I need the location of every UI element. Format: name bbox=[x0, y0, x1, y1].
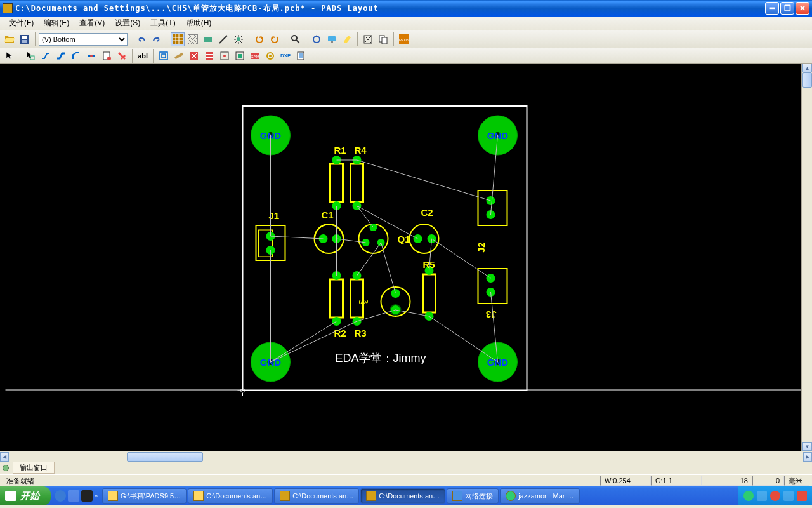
menu-help[interactable]: 帮助(H) bbox=[181, 17, 217, 30]
svg-rect-13 bbox=[382, 37, 387, 44]
svg-rect-3 bbox=[173, 34, 183, 44]
svg-point-6 bbox=[237, 37, 240, 41]
component-r3: R3 bbox=[351, 271, 367, 338]
svg-text:J3: J3 bbox=[486, 309, 497, 320]
menu-file[interactable]: 文件(F) bbox=[4, 17, 39, 30]
cam-button[interactable]: CAM bbox=[248, 50, 262, 62]
route-button[interactable] bbox=[39, 50, 53, 62]
forward-button[interactable] bbox=[268, 32, 282, 46]
text-button[interactable]: abl bbox=[136, 50, 150, 62]
scroll-down-button[interactable]: ▼ bbox=[802, 442, 812, 451]
vertical-scrollbar[interactable]: ▲ ▼ bbox=[801, 64, 812, 451]
svg-rect-72 bbox=[351, 279, 363, 318]
tray-icon-5[interactable] bbox=[797, 491, 807, 501]
drafting-toolbar: abl CAM DXF bbox=[0, 48, 812, 64]
component-c2: C2 bbox=[410, 207, 439, 253]
svg-line-109 bbox=[357, 160, 491, 201]
plane-button[interactable] bbox=[233, 50, 247, 62]
svg-rect-64 bbox=[351, 164, 363, 202]
task-item-2[interactable]: C:\Documents an… bbox=[188, 488, 273, 504]
maximize-button[interactable]: ❐ bbox=[780, 2, 794, 15]
via-button[interactable] bbox=[232, 32, 246, 46]
svg-line-111 bbox=[357, 243, 381, 276]
scroll-right-button[interactable]: ▶ bbox=[803, 452, 812, 462]
menu-setup[interactable]: 设置(S) bbox=[110, 17, 145, 30]
grid-button[interactable] bbox=[171, 32, 185, 46]
qq-icon[interactable] bbox=[81, 490, 93, 502]
output-tab[interactable]: 输出窗口 bbox=[13, 462, 55, 474]
select-button[interactable] bbox=[3, 50, 16, 62]
window-title: C:\Documents and Settings\...\CH5\单管放大电路… bbox=[15, 3, 765, 14]
svg-line-113 bbox=[429, 316, 498, 362]
move-button[interactable] bbox=[23, 50, 37, 62]
report-button[interactable] bbox=[294, 50, 308, 62]
svg-rect-9 bbox=[328, 36, 336, 41]
horizontal-scrollbar[interactable]: ◀ ▶ bbox=[0, 451, 812, 462]
pcb-view[interactable]: GND GND GND GND J1 bbox=[0, 64, 812, 451]
pour-button[interactable] bbox=[157, 50, 171, 62]
dxf-button[interactable]: DXF bbox=[278, 50, 292, 62]
delete-button[interactable] bbox=[115, 50, 129, 62]
cycle-button[interactable] bbox=[310, 32, 324, 46]
desktop-icon[interactable] bbox=[68, 490, 79, 502]
tray-icon-3[interactable] bbox=[770, 491, 780, 501]
find-button[interactable] bbox=[361, 32, 375, 46]
svg-line-106 bbox=[357, 206, 374, 227]
undo-button[interactable] bbox=[134, 32, 148, 46]
task-item-5[interactable]: 网络连接 bbox=[447, 488, 499, 504]
trace-button[interactable] bbox=[54, 50, 68, 62]
back-button[interactable] bbox=[252, 32, 266, 46]
newpart-button[interactable] bbox=[100, 50, 114, 62]
tray-icon-4[interactable] bbox=[783, 491, 794, 501]
tray-icon-1[interactable] bbox=[743, 491, 754, 501]
cut-button[interactable] bbox=[187, 50, 201, 62]
hatch-button[interactable] bbox=[186, 32, 200, 46]
hatch2-button[interactable] bbox=[218, 50, 232, 62]
width-button[interactable] bbox=[216, 32, 230, 46]
redo-button[interactable] bbox=[150, 32, 164, 46]
layer-select[interactable]: (V) Bottom bbox=[39, 33, 128, 46]
minimize-button[interactable]: ━ bbox=[765, 2, 779, 15]
hscroll-thumb[interactable] bbox=[127, 452, 203, 462]
svg-rect-68 bbox=[331, 279, 343, 318]
quick-launch: » bbox=[51, 490, 102, 502]
menu-edit[interactable]: 编辑(E) bbox=[39, 17, 74, 30]
measure-button[interactable] bbox=[172, 50, 186, 62]
task-item-1[interactable]: G:\书稿\PADS9.5… bbox=[102, 488, 187, 504]
flood-button[interactable] bbox=[202, 50, 216, 62]
menu-tools[interactable]: 工具(T) bbox=[145, 17, 180, 30]
task-item-6[interactable]: jazzamor - Mar … bbox=[500, 488, 579, 504]
menubar: 文件(F) 编辑(E) 查看(V) 设置(S) 工具(T) 帮助(H) bbox=[0, 17, 812, 30]
highlight-button[interactable] bbox=[340, 32, 354, 46]
app-icon bbox=[3, 3, 13, 13]
scroll-up-button[interactable]: ▲ bbox=[802, 64, 812, 72]
display-button[interactable] bbox=[325, 32, 339, 46]
svg-rect-2 bbox=[22, 40, 27, 43]
svg-point-8 bbox=[313, 36, 320, 43]
start-button[interactable]: 开始 bbox=[0, 486, 51, 505]
task-item-3[interactable]: C:\Documents an… bbox=[274, 488, 359, 504]
zoom-button[interactable] bbox=[289, 32, 303, 46]
svg-text:PADS: PADS bbox=[399, 38, 409, 42]
ie-icon[interactable] bbox=[55, 490, 66, 502]
split-button[interactable] bbox=[84, 50, 98, 62]
vscroll-thumb[interactable] bbox=[802, 72, 812, 88]
scroll-left-button[interactable]: ◀ bbox=[0, 452, 9, 462]
copy-view-button[interactable] bbox=[376, 32, 390, 46]
save-button[interactable] bbox=[18, 32, 32, 46]
design-canvas[interactable]: GND GND GND GND J1 bbox=[0, 64, 812, 451]
tray-icon-2[interactable] bbox=[757, 491, 767, 501]
close-button[interactable]: ✕ bbox=[796, 2, 809, 15]
component-r4: R4 bbox=[351, 145, 367, 210]
task-item-4[interactable]: C:\Documents an… bbox=[360, 488, 445, 504]
corner-button[interactable] bbox=[69, 50, 83, 62]
clearance-button[interactable] bbox=[201, 32, 215, 46]
main-toolbar: (V) Bottom PADS bbox=[0, 30, 812, 48]
drill-button[interactable] bbox=[263, 50, 277, 62]
svg-rect-60 bbox=[331, 164, 343, 202]
menu-view[interactable]: 查看(V) bbox=[74, 17, 110, 30]
status-ready: 准备就绪 bbox=[3, 476, 600, 486]
open-button[interactable] bbox=[3, 32, 16, 46]
component-j2: J2 bbox=[476, 190, 508, 253]
pads-button[interactable]: PADS bbox=[397, 32, 411, 46]
